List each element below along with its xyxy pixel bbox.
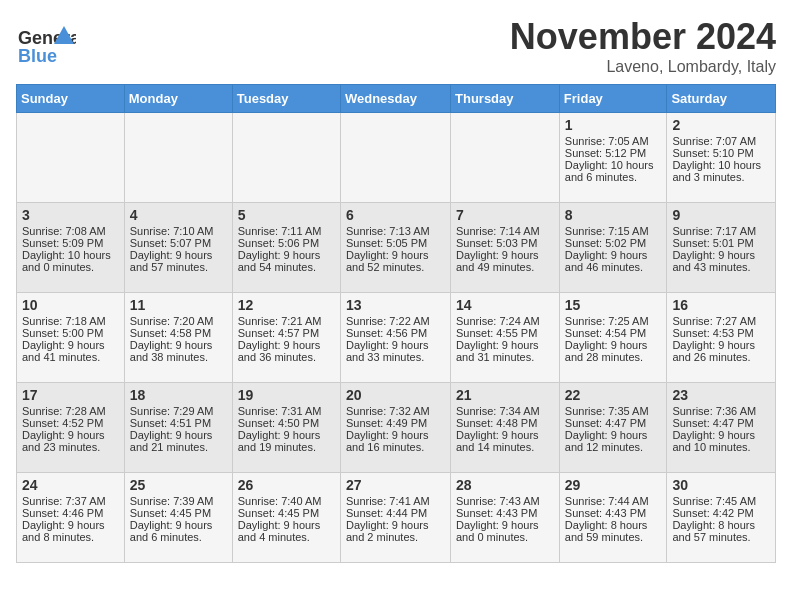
day-info-line: Sunset: 5:03 PM (456, 237, 554, 249)
day-info-line: Daylight: 9 hours and 23 minutes. (22, 429, 119, 453)
weekday-saturday: Saturday (667, 85, 776, 113)
day-info-line: Daylight: 10 hours and 3 minutes. (672, 159, 770, 183)
day-info-line: Sunrise: 7:35 AM (565, 405, 662, 417)
day-info-line: Daylight: 9 hours and 12 minutes. (565, 429, 662, 453)
calendar-cell: 5Sunrise: 7:11 AMSunset: 5:06 PMDaylight… (232, 203, 340, 293)
day-info-line: Sunrise: 7:17 AM (672, 225, 770, 237)
weekday-tuesday: Tuesday (232, 85, 340, 113)
calendar-cell (451, 113, 560, 203)
calendar-cell: 17Sunrise: 7:28 AMSunset: 4:52 PMDayligh… (17, 383, 125, 473)
day-info-line: Sunrise: 7:39 AM (130, 495, 227, 507)
title-section: November 2024 Laveno, Lombardy, Italy (510, 16, 776, 76)
day-info-line: Sunrise: 7:14 AM (456, 225, 554, 237)
calendar-cell (124, 113, 232, 203)
calendar-body: 1Sunrise: 7:05 AMSunset: 5:12 PMDaylight… (17, 113, 776, 563)
day-info-line: Sunset: 4:42 PM (672, 507, 770, 519)
weekday-sunday: Sunday (17, 85, 125, 113)
calendar-cell: 1Sunrise: 7:05 AMSunset: 5:12 PMDaylight… (559, 113, 667, 203)
day-number: 23 (672, 387, 770, 403)
day-info-line: Daylight: 9 hours and 49 minutes. (456, 249, 554, 273)
day-info-line: Sunset: 4:58 PM (130, 327, 227, 339)
day-info-line: Sunset: 5:06 PM (238, 237, 335, 249)
day-info-line: Sunrise: 7:13 AM (346, 225, 445, 237)
calendar-cell: 15Sunrise: 7:25 AMSunset: 4:54 PMDayligh… (559, 293, 667, 383)
day-info-line: Sunset: 4:47 PM (672, 417, 770, 429)
day-number: 8 (565, 207, 662, 223)
day-info-line: Daylight: 9 hours and 2 minutes. (346, 519, 445, 543)
day-info-line: Sunrise: 7:28 AM (22, 405, 119, 417)
day-info-line: Sunrise: 7:21 AM (238, 315, 335, 327)
day-number: 27 (346, 477, 445, 493)
day-info-line: Daylight: 10 hours and 0 minutes. (22, 249, 119, 273)
day-info-line: Daylight: 9 hours and 14 minutes. (456, 429, 554, 453)
day-info-line: Sunset: 4:56 PM (346, 327, 445, 339)
calendar-cell: 20Sunrise: 7:32 AMSunset: 4:49 PMDayligh… (340, 383, 450, 473)
day-info-line: Sunset: 4:54 PM (565, 327, 662, 339)
day-info-line: Sunset: 4:53 PM (672, 327, 770, 339)
day-number: 21 (456, 387, 554, 403)
day-number: 11 (130, 297, 227, 313)
day-info-line: Sunset: 4:46 PM (22, 507, 119, 519)
calendar-cell: 24Sunrise: 7:37 AMSunset: 4:46 PMDayligh… (17, 473, 125, 563)
page-header: General Blue November 2024 Laveno, Lomba… (16, 16, 776, 76)
day-number: 15 (565, 297, 662, 313)
calendar-cell: 10Sunrise: 7:18 AMSunset: 5:00 PMDayligh… (17, 293, 125, 383)
day-number: 13 (346, 297, 445, 313)
day-info-line: Sunset: 4:51 PM (130, 417, 227, 429)
day-info-line: Sunrise: 7:10 AM (130, 225, 227, 237)
location: Laveno, Lombardy, Italy (510, 58, 776, 76)
calendar-cell (17, 113, 125, 203)
day-info-line: Daylight: 8 hours and 59 minutes. (565, 519, 662, 543)
day-number: 19 (238, 387, 335, 403)
day-info-line: Daylight: 10 hours and 6 minutes. (565, 159, 662, 183)
day-info-line: Sunrise: 7:32 AM (346, 405, 445, 417)
day-info-line: Sunrise: 7:07 AM (672, 135, 770, 147)
calendar-cell: 8Sunrise: 7:15 AMSunset: 5:02 PMDaylight… (559, 203, 667, 293)
calendar-cell (232, 113, 340, 203)
day-info-line: Sunrise: 7:11 AM (238, 225, 335, 237)
weekday-friday: Friday (559, 85, 667, 113)
day-number: 24 (22, 477, 119, 493)
calendar-cell: 28Sunrise: 7:43 AMSunset: 4:43 PMDayligh… (451, 473, 560, 563)
week-row-5: 24Sunrise: 7:37 AMSunset: 4:46 PMDayligh… (17, 473, 776, 563)
calendar-cell: 30Sunrise: 7:45 AMSunset: 4:42 PMDayligh… (667, 473, 776, 563)
logo-icon: General Blue (16, 16, 76, 76)
day-info-line: Sunrise: 7:25 AM (565, 315, 662, 327)
weekday-thursday: Thursday (451, 85, 560, 113)
calendar-cell (340, 113, 450, 203)
day-info-line: Daylight: 9 hours and 57 minutes. (130, 249, 227, 273)
day-info-line: Sunset: 5:05 PM (346, 237, 445, 249)
day-info-line: Sunset: 4:45 PM (130, 507, 227, 519)
day-info-line: Daylight: 9 hours and 10 minutes. (672, 429, 770, 453)
day-number: 22 (565, 387, 662, 403)
weekday-monday: Monday (124, 85, 232, 113)
day-info-line: Daylight: 9 hours and 36 minutes. (238, 339, 335, 363)
day-info-line: Daylight: 9 hours and 8 minutes. (22, 519, 119, 543)
day-info-line: Sunrise: 7:20 AM (130, 315, 227, 327)
day-info-line: Sunrise: 7:40 AM (238, 495, 335, 507)
day-info-line: Sunrise: 7:36 AM (672, 405, 770, 417)
day-info-line: Daylight: 9 hours and 43 minutes. (672, 249, 770, 273)
calendar-cell: 13Sunrise: 7:22 AMSunset: 4:56 PMDayligh… (340, 293, 450, 383)
day-info-line: Sunset: 5:09 PM (22, 237, 119, 249)
calendar-cell: 26Sunrise: 7:40 AMSunset: 4:45 PMDayligh… (232, 473, 340, 563)
day-info-line: Sunrise: 7:22 AM (346, 315, 445, 327)
logo: General Blue (16, 16, 76, 76)
day-number: 7 (456, 207, 554, 223)
calendar-table: SundayMondayTuesdayWednesdayThursdayFrid… (16, 84, 776, 563)
calendar-cell: 6Sunrise: 7:13 AMSunset: 5:05 PMDaylight… (340, 203, 450, 293)
day-info-line: Sunset: 5:00 PM (22, 327, 119, 339)
day-info-line: Sunset: 4:43 PM (456, 507, 554, 519)
weekday-wednesday: Wednesday (340, 85, 450, 113)
day-info-line: Sunset: 5:12 PM (565, 147, 662, 159)
day-info-line: Daylight: 9 hours and 6 minutes. (130, 519, 227, 543)
day-info-line: Daylight: 9 hours and 52 minutes. (346, 249, 445, 273)
calendar-cell: 25Sunrise: 7:39 AMSunset: 4:45 PMDayligh… (124, 473, 232, 563)
day-info-line: Sunrise: 7:31 AM (238, 405, 335, 417)
day-info-line: Sunrise: 7:05 AM (565, 135, 662, 147)
day-info-line: Sunset: 4:50 PM (238, 417, 335, 429)
day-info-line: Sunrise: 7:37 AM (22, 495, 119, 507)
day-info-line: Daylight: 9 hours and 38 minutes. (130, 339, 227, 363)
day-info-line: Daylight: 9 hours and 0 minutes. (456, 519, 554, 543)
day-number: 28 (456, 477, 554, 493)
